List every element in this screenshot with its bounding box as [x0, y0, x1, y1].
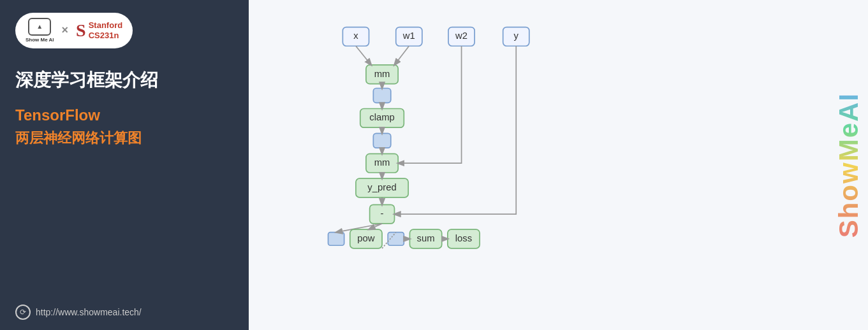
diagram-svg: .node-input { fill: #f0f4ff; stroke: #7a…: [274, 13, 842, 330]
showmeai-logo: Show Me Al: [26, 18, 54, 43]
svg-line-11: [394, 46, 409, 65]
svg-text:loss: loss: [455, 233, 472, 243]
bottom-link[interactable]: ⟳ http://www.showmeai.tech/: [15, 305, 233, 320]
subtitle-tensorflow: TensorFlow: [15, 105, 233, 125]
svg-text:sum: sum: [417, 233, 435, 243]
main-content: .node-input { fill: #f0f4ff; stroke: #7a…: [249, 0, 868, 330]
svg-text:mm: mm: [374, 157, 390, 168]
showmeai-text: Show Me Al: [26, 37, 54, 43]
svg-text:mm: mm: [374, 69, 390, 79]
link-icon: ⟳: [15, 305, 31, 320]
sidebar: Show Me Al × S Stanford CS231n 深度学习框架介绍 …: [0, 0, 249, 330]
svg-text:-: -: [381, 208, 384, 219]
cross-symbol: ×: [62, 24, 69, 37]
stanford-s-logo: S: [76, 22, 86, 39]
svg-text:clamp: clamp: [369, 112, 395, 122]
svg-text:y_pred: y_pred: [367, 182, 396, 192]
svg-text:x: x: [353, 31, 358, 41]
main-title: 深度学习框架介绍: [15, 68, 233, 92]
stanford-text: Stanford CS231n: [89, 20, 122, 40]
svg-text:pow: pow: [357, 233, 375, 243]
svg-rect-28: [328, 233, 344, 246]
svg-text:y: y: [514, 31, 519, 41]
website-url: http://www.showmeai.tech/: [36, 307, 142, 317]
showmeai-icon: [28, 18, 51, 36]
subtitle-network: 两层神经网络计算图: [15, 129, 233, 148]
svg-rect-12: [373, 89, 390, 103]
svg-line-10: [356, 46, 371, 65]
svg-text:w2: w2: [455, 31, 467, 41]
stanford-name: Stanford: [89, 20, 122, 31]
logo-area: Show Me Al × S Stanford CS231n: [15, 13, 133, 48]
svg-rect-17: [373, 133, 390, 148]
diagram-area: .node-input { fill: #f0f4ff; stroke: #7a…: [249, 0, 868, 330]
svg-text:w1: w1: [402, 31, 415, 41]
stanford-course: CS231n: [89, 31, 119, 41]
